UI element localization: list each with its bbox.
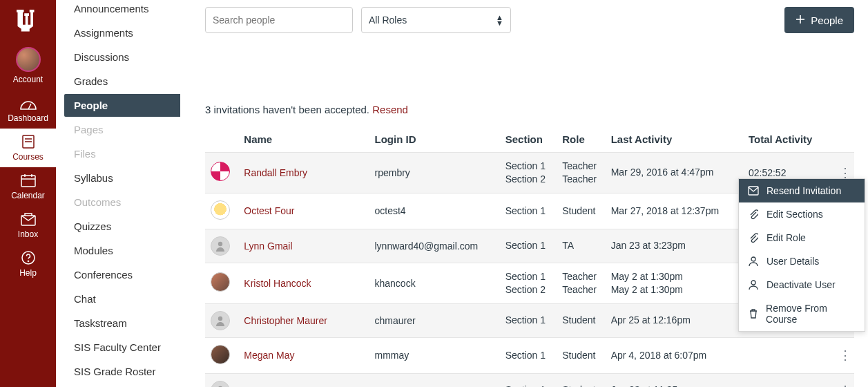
login-cell: lynnward40@gmail.com (369, 229, 500, 263)
role-cell: Student (557, 337, 605, 373)
dropdown-item[interactable]: Edit Role (739, 226, 865, 249)
person-name-link[interactable]: Randall Embry (244, 167, 307, 178)
svg-point-13 (218, 242, 222, 246)
login-cell: khancock (369, 263, 500, 303)
dropdown-item[interactable]: Deactivate User (739, 273, 865, 296)
main-content: All Roles ▲▼ People 3 invitations haven'… (180, 0, 868, 387)
clip-icon (747, 209, 760, 220)
nav-help[interactable]: Help (0, 245, 56, 283)
resend-link[interactable]: Resend (372, 104, 408, 115)
dropdown-item[interactable]: User Details (739, 249, 865, 273)
person-name-link[interactable]: Kristol Hancock (244, 278, 311, 289)
person-name-link[interactable]: Octest Four (244, 205, 294, 216)
course-nav-item[interactable]: Quizzes (64, 215, 180, 238)
person-name-link[interactable]: Megan May (244, 350, 294, 361)
login-cell: octest4 (369, 193, 500, 229)
dropdown-item[interactable]: Resend Invitation (739, 179, 865, 202)
course-nav-item[interactable]: Files (64, 142, 180, 165)
person-name-link[interactable]: Lynn Gmail (244, 240, 292, 252)
last-activity-cell: Mar 27, 2018 at 12:37pm (606, 193, 743, 229)
user-actions-dropdown: Resend InvitationEdit SectionsEdit RoleU… (738, 178, 865, 332)
search-input[interactable] (205, 7, 353, 33)
section-cell: Section 1Section 2 (500, 153, 557, 194)
dashboard-icon (19, 95, 37, 111)
invitation-message: 3 invitations haven't been accepted. Res… (205, 104, 854, 115)
add-people-button[interactable]: People (784, 7, 854, 33)
course-nav-item[interactable]: Grades (64, 70, 180, 93)
dropdown-item-label: Resend Invitation (766, 185, 841, 196)
nav-label: Inbox (18, 229, 38, 239)
dropdown-item-label: User Details (766, 256, 819, 267)
course-nav-item[interactable]: Assignments (64, 21, 180, 44)
person-name-link[interactable]: Tan Nguyen (244, 385, 296, 387)
toolbar: All Roles ▲▼ People (205, 7, 854, 33)
nav-label: Calendar (11, 191, 45, 200)
total-activity-cell (743, 337, 833, 373)
course-nav-item[interactable]: Conferences (64, 263, 180, 286)
course-nav-item[interactable]: Discussions (64, 46, 180, 68)
svg-line-0 (28, 104, 31, 109)
last-activity-cell: Apr 25 at 12:16pm (606, 303, 743, 337)
nav-courses[interactable]: Courses (0, 129, 56, 167)
total-activity-cell: 01:21:36 (743, 373, 833, 387)
nav-inbox[interactable]: Inbox (0, 206, 56, 245)
help-icon (21, 250, 36, 265)
nav-calendar[interactable]: Calendar (0, 167, 56, 206)
nav-label: Courses (12, 152, 44, 162)
course-nav-item[interactable]: People (64, 94, 180, 117)
person-name-link[interactable]: Christopher Maurer (244, 315, 327, 326)
last-activity-cell: May 2 at 1:30pmMay 2 at 1:30pm (606, 263, 743, 303)
svg-rect-17 (749, 187, 758, 195)
login-cell: rpembry (369, 153, 500, 194)
col-header-role: Role (557, 126, 605, 153)
chevron-updown-icon: ▲▼ (496, 15, 503, 26)
svg-point-10 (28, 261, 28, 261)
avatar (211, 272, 230, 292)
course-nav-item[interactable]: Syllabus (64, 167, 180, 189)
global-nav: Account Dashboard Courses Calendar Inbox… (0, 0, 56, 387)
nav-label: Help (19, 268, 37, 278)
course-nav: AnnouncementsAssignmentsDiscussionsGrade… (56, 0, 180, 387)
mail-icon (747, 186, 760, 196)
login-cell: mmmay (369, 337, 500, 373)
course-nav-item[interactable]: SIS Faculty Center (64, 336, 180, 359)
course-nav-item[interactable]: Pages (64, 118, 180, 141)
course-nav-item[interactable]: Outcomes (64, 191, 180, 214)
calendar-icon (20, 173, 37, 188)
section-cell: Section 1 (500, 303, 557, 337)
trash-icon (747, 308, 759, 319)
section-cell: Section 1 (500, 373, 557, 387)
role-cell: TeacherTeacher (557, 153, 605, 194)
dropdown-item[interactable]: Remove From Course (739, 296, 865, 331)
course-nav-item[interactable]: Taskstream (64, 312, 180, 334)
row-menu-button[interactable]: ⋮ (839, 348, 851, 362)
svg-rect-4 (21, 176, 35, 187)
institution-logo (13, 7, 44, 41)
add-people-label: People (811, 15, 843, 26)
avatar (211, 200, 230, 220)
course-nav-item[interactable]: Announcements (64, 0, 180, 20)
dropdown-item[interactable]: Edit Sections (739, 202, 865, 226)
course-nav-item[interactable]: SIS Grade Roster (64, 360, 180, 383)
table-row: Tan NguyentnguyenSection 1StudentJan 23 … (205, 373, 854, 387)
plus-icon (795, 15, 805, 26)
user-avatar-icon (16, 47, 41, 72)
section-cell: Section 1 (500, 229, 557, 263)
row-menu-button[interactable]: ⋮ (839, 384, 851, 387)
course-nav-item[interactable]: Modules (64, 239, 180, 262)
course-nav-item[interactable]: Chat (64, 287, 180, 310)
last-activity-cell: Jan 23 at 11:35am (606, 373, 743, 387)
role-cell: TA (557, 229, 605, 263)
last-activity-cell: Jan 23 at 3:23pm (606, 229, 743, 263)
nav-account[interactable]: Account (0, 41, 56, 90)
role-filter-value: All Roles (369, 15, 407, 26)
avatar (211, 345, 230, 364)
section-cell: Section 1 (500, 337, 557, 373)
col-header-section: Section (500, 126, 557, 153)
row-menu-button[interactable]: ⋮ (839, 166, 851, 180)
role-cell: Student (557, 373, 605, 387)
role-filter-select[interactable]: All Roles ▲▼ (361, 7, 511, 33)
avatar (211, 381, 230, 387)
dropdown-item-label: Deactivate User (766, 279, 836, 290)
nav-dashboard[interactable]: Dashboard (0, 90, 56, 129)
